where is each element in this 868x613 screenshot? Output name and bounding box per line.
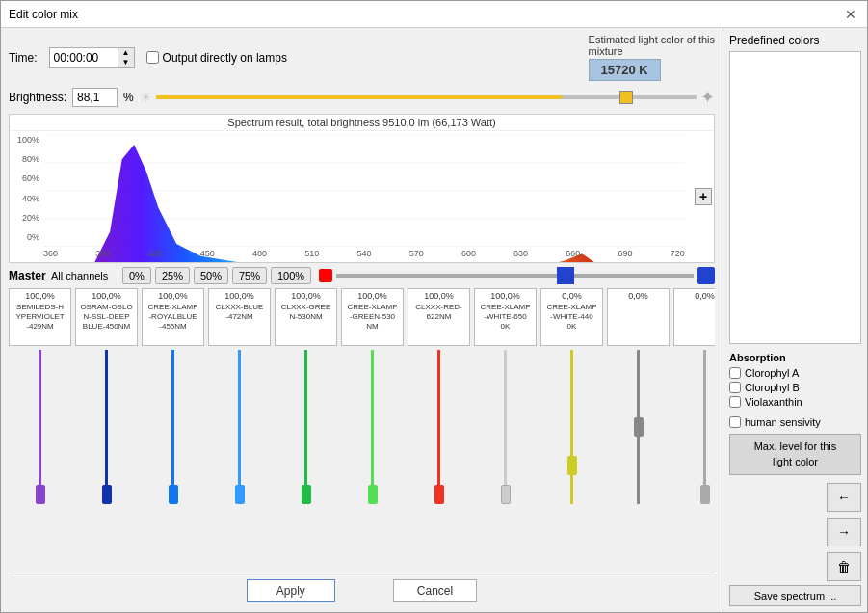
- y-label-80: 80%: [22, 154, 39, 164]
- channel-box-4: 100,0% CLXXX-BLUE-472NM: [208, 288, 271, 346]
- all-channels-label: All channels: [51, 270, 118, 281]
- predefined-colors-label: Predefined colors: [729, 34, 861, 47]
- violaxanthin-label: Violaxanthin: [745, 396, 802, 408]
- time-label: Time:: [9, 51, 38, 65]
- time-down-btn[interactable]: ▼: [118, 58, 134, 67]
- absorption-title: Absorption: [729, 352, 861, 363]
- channel-box-10: 0,0%: [607, 288, 670, 346]
- bottom-row: Apply Cancel: [9, 573, 715, 606]
- absorption-item-clorophyl-b: Clorophyl B: [729, 382, 861, 393]
- clorophyl-b-checkbox[interactable]: [729, 382, 741, 393]
- estimated-value: 15720 K: [589, 59, 661, 81]
- top-controls: Time: ▲ ▼ Output directly on lamps Estim…: [9, 34, 715, 81]
- y-label-40: 40%: [22, 194, 39, 203]
- channel-card-5: 100,0% CLXXX-GREEN-530NM: [275, 288, 337, 504]
- channel-card-1: 100,0% SEMILEDS-HYPERVIOLET-429NM: [9, 288, 71, 504]
- sun-bright-icon: ✦: [700, 87, 715, 108]
- pct-0-btn[interactable]: 0%: [122, 267, 151, 284]
- predefined-colors-box: [729, 51, 861, 344]
- clorophyl-a-checkbox[interactable]: [729, 367, 741, 379]
- trash-icon: 🗑: [837, 559, 851, 574]
- time-input-wrap: ▲ ▼: [49, 47, 135, 68]
- channel-box-9: 0,0% CREE-XLAMP-WHITE-4400K: [540, 288, 603, 346]
- main-content: Time: ▲ ▼ Output directly on lamps Estim…: [1, 28, 867, 612]
- absorption-item-clorophyl-a: Clorophyl A: [729, 367, 861, 379]
- channel-box-5: 100,0% CLXXX-GREEN-530NM: [275, 288, 337, 346]
- master-slider[interactable]: [336, 274, 694, 278]
- channel-card-9: 0,0% CREE-XLAMP-WHITE-4400K: [540, 288, 603, 504]
- absorption-section: Absorption Clorophyl A Clorophyl B Viola…: [729, 352, 861, 411]
- channel-card-8: 100,0% CREE-XLAMP-WHITE-6500K: [474, 288, 537, 504]
- y-axis: 100% 80% 60% 40% 20% 0%: [10, 135, 43, 242]
- right-panel-inner: Predefined colors Absorption Clorophyl A…: [729, 34, 861, 606]
- brightness-row: Brightness: % ☀ ✦: [9, 87, 715, 108]
- violaxanthin-checkbox[interactable]: [729, 396, 741, 408]
- channel-box-7: 100,0% CLXXX-RED-622NM: [408, 288, 470, 346]
- brightness-input-wrap: [72, 88, 118, 107]
- master-color-slider: [319, 267, 715, 284]
- y-label-0: 0%: [27, 232, 39, 242]
- human-sensivity-checkbox[interactable]: [729, 416, 741, 428]
- trash-button[interactable]: 🗑: [827, 552, 861, 581]
- channel-box-6: 100,0% CREE-XLAMP-GREEN-530NM: [341, 288, 404, 346]
- spectrum-area: Spectrum result, total brightness 9510,0…: [9, 114, 715, 263]
- output-check: Output directly on lamps: [146, 51, 287, 65]
- output-label: Output directly on lamps: [163, 51, 287, 65]
- estimated-label: Estimated light color of this mixture: [589, 34, 715, 57]
- left-panel: Time: ▲ ▼ Output directly on lamps Estim…: [1, 28, 723, 612]
- left-arrow-icon: ←: [837, 490, 851, 505]
- time-up-btn[interactable]: ▲: [118, 48, 134, 58]
- clorophyl-b-label: Clorophyl B: [745, 382, 800, 393]
- channel-card-4: 100,0% CLXXX-BLUE-472NM: [208, 288, 271, 504]
- right-action-buttons: ← → 🗑: [729, 483, 861, 581]
- apply-button[interactable]: Apply: [247, 579, 335, 602]
- channel-box-8: 100,0% CREE-XLAMP-WHITE-6500K: [474, 288, 537, 346]
- human-sensivity-row: human sensivity: [729, 416, 861, 428]
- channels-area: 100,0% SEMILEDS-HYPERVIOLET-429NM 100,0%…: [9, 288, 715, 571]
- right-arrow-button[interactable]: →: [827, 518, 861, 546]
- plus-button[interactable]: +: [695, 188, 712, 205]
- blue-dot: [697, 267, 715, 284]
- channel-card-3: 100,0% CREE-XLAMP-ROYALBLUE-455NM: [142, 288, 204, 504]
- spectrum-svg: [43, 135, 685, 263]
- clorophyl-a-label: Clorophyl A: [745, 367, 799, 379]
- brightness-unit: %: [123, 91, 134, 104]
- max-level-button[interactable]: Max. level for this light color: [729, 434, 861, 475]
- brightness-input[interactable]: [73, 89, 117, 106]
- title-bar: Edit color mix ✕: [1, 1, 867, 28]
- human-sensivity-label: human sensivity: [745, 416, 821, 428]
- right-panel: Predefined colors Absorption Clorophyl A…: [723, 28, 867, 612]
- master-label: Master: [9, 269, 47, 282]
- spectrum-chart: 100% 80% 60% 40% 20% 0%: [10, 131, 714, 261]
- channel-card-2: 100,0% OSRAM-OSLON-SSL-DEEPBLUE-450NM: [75, 288, 138, 504]
- left-arrow-button[interactable]: ←: [827, 483, 861, 512]
- brightness-slider[interactable]: [156, 95, 697, 99]
- channel-box-11: 0,0%: [673, 288, 715, 346]
- pct-25-btn[interactable]: 25%: [155, 267, 190, 284]
- save-spectrum-button[interactable]: Save spectrum ...: [729, 585, 861, 606]
- edit-color-mix-dialog: Edit color mix ✕ Time: ▲ ▼ Output direct…: [0, 0, 868, 613]
- dialog-title: Edit color mix: [9, 8, 78, 21]
- estimated-light: Estimated light color of this mixture 15…: [589, 34, 715, 81]
- y-label-20: 20%: [22, 213, 39, 223]
- y-label-100: 100%: [17, 135, 39, 145]
- pct-75-btn[interactable]: 75%: [232, 267, 267, 284]
- time-input[interactable]: [50, 49, 118, 67]
- close-button[interactable]: ✕: [842, 6, 859, 23]
- channel-card-11: 0,0%: [673, 288, 715, 504]
- pct-50-btn[interactable]: 50%: [194, 267, 228, 284]
- channel-card-10: 0,0%: [607, 288, 670, 504]
- channel-box-2: 100,0% OSRAM-OSLON-SSL-DEEPBLUE-450NM: [75, 288, 138, 346]
- plus-button-wrap: +: [695, 188, 712, 205]
- channel-box-1: 100,0% SEMILEDS-HYPERVIOLET-429NM: [9, 288, 71, 346]
- time-spinner: ▲ ▼: [118, 48, 134, 67]
- output-checkbox[interactable]: [146, 51, 159, 64]
- channel-card-6: 100,0% CREE-XLAMP-GREEN-530NM: [341, 288, 404, 504]
- right-arrow-icon: →: [837, 524, 851, 540]
- pct-100-btn[interactable]: 100%: [271, 267, 311, 284]
- sun-dim-icon: ☀: [140, 90, 152, 105]
- spectrum-title: Spectrum result, total brightness 9510,0…: [10, 115, 714, 131]
- channel-card-7: 100,0% CLXXX-RED-622NM: [408, 288, 470, 504]
- brightness-slider-wrap: ☀ ✦: [140, 87, 715, 108]
- cancel-button[interactable]: Cancel: [393, 579, 477, 602]
